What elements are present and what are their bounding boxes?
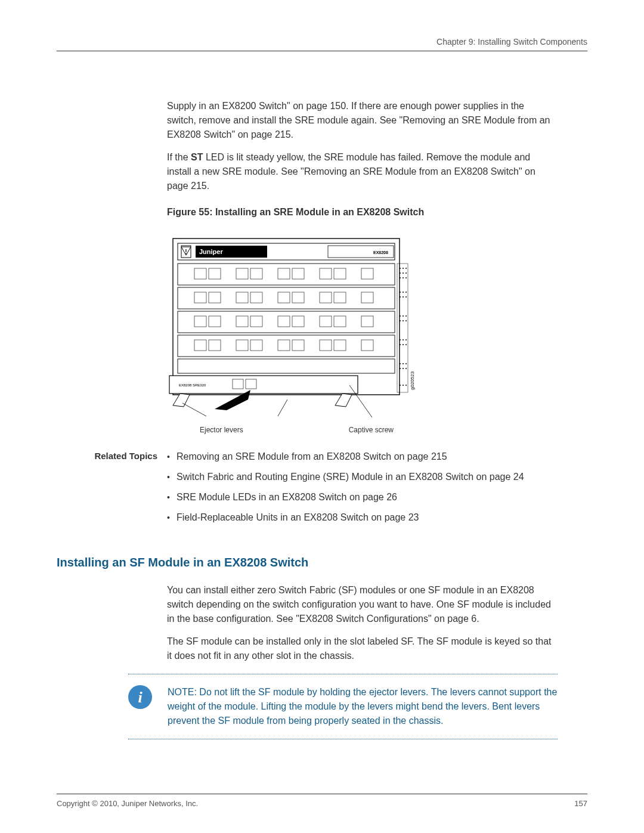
svg-rect-26	[320, 292, 332, 303]
related-topics: Related Topics Removing an SRE Module fr…	[57, 450, 587, 531]
svg-rect-38	[194, 340, 206, 351]
svg-point-76	[402, 363, 404, 364]
sf-intro-paragraph: You can install either zero Switch Fabri…	[167, 583, 555, 626]
note-text: NOTE: Do not lift the SF module by holdi…	[168, 685, 558, 728]
svg-text:!: !	[185, 249, 187, 255]
ejector-levers-label: Ejector levers	[200, 425, 243, 435]
svg-rect-23	[250, 292, 262, 303]
svg-point-78	[400, 368, 401, 369]
svg-rect-25	[292, 292, 304, 303]
section-heading-sf-module: Installing an SF Module in an EX8208 Swi…	[57, 553, 587, 571]
svg-point-55	[402, 277, 404, 278]
svg-point-82	[402, 385, 404, 386]
svg-rect-16	[292, 268, 304, 279]
main-content: Supply in an EX8200 Switch" on page 150.…	[167, 99, 555, 435]
page-number: 157	[574, 798, 587, 810]
svg-point-63	[400, 315, 401, 317]
svg-point-74	[405, 344, 407, 345]
svg-rect-36	[334, 316, 346, 327]
related-item: Field-Replaceable Units in an EX8208 Swi…	[167, 510, 524, 525]
svg-point-54	[400, 277, 401, 278]
svg-rect-29	[194, 316, 206, 327]
svg-point-51	[400, 272, 401, 274]
svg-point-57	[400, 292, 401, 293]
info-icon: i	[128, 685, 152, 709]
sf-module-content: You can install either zero Switch Fabri…	[167, 583, 555, 663]
svg-rect-41	[250, 340, 262, 351]
svg-point-65	[405, 315, 407, 317]
svg-rect-27	[334, 292, 346, 303]
svg-point-48	[400, 268, 401, 269]
captive-screw-label: Captive screw	[349, 425, 394, 435]
figure-model-label: EX8208	[373, 250, 388, 255]
svg-point-50	[405, 268, 407, 269]
svg-point-71	[405, 339, 407, 340]
svg-rect-20	[194, 292, 206, 303]
svg-rect-12	[209, 268, 221, 279]
svg-rect-18	[334, 268, 346, 279]
related-topics-list: Removing an SRE Module from an EX8208 Sw…	[167, 450, 524, 531]
sre-install-illustration: ! Juniper EX8208	[167, 230, 417, 421]
svg-rect-39	[209, 340, 221, 351]
svg-point-53	[405, 272, 407, 274]
svg-rect-45	[334, 340, 346, 351]
related-topics-heading: Related Topics	[57, 450, 167, 463]
svg-line-89	[278, 400, 287, 416]
svg-rect-30	[209, 316, 221, 327]
note-block: i NOTE: Do not lift the SF module by hol…	[128, 674, 558, 739]
svg-point-64	[402, 315, 404, 317]
svg-point-49	[402, 268, 404, 269]
svg-point-62	[405, 296, 407, 298]
svg-text:EX8208 SRE320: EX8208 SRE320	[179, 383, 206, 387]
copyright-text: Copyright © 2010, Juniper Networks, Inc.	[57, 798, 198, 810]
svg-point-72	[400, 344, 401, 345]
svg-point-66	[400, 320, 401, 321]
svg-rect-44	[320, 340, 332, 351]
st-led-post: LED is lit steady yellow, the SRE module…	[167, 152, 535, 191]
svg-point-80	[405, 368, 407, 369]
svg-point-81	[400, 385, 401, 386]
svg-point-79	[402, 368, 404, 369]
svg-rect-13	[236, 268, 248, 279]
sf-slot-paragraph: The SF module can be installed only in t…	[167, 634, 555, 663]
svg-rect-21	[209, 292, 221, 303]
svg-rect-22	[236, 292, 248, 303]
chapter-header: Chapter 9: Installing Switch Components	[57, 36, 587, 51]
svg-rect-32	[250, 316, 262, 327]
svg-rect-24	[278, 292, 290, 303]
svg-rect-19	[361, 268, 373, 279]
page-footer: Copyright © 2010, Juniper Networks, Inc.…	[57, 794, 587, 810]
svg-rect-31	[236, 316, 248, 327]
svg-rect-11	[194, 268, 206, 279]
svg-rect-10	[178, 359, 395, 373]
svg-point-67	[402, 320, 404, 321]
figure-brand-label: Juniper	[199, 248, 223, 255]
svg-point-60	[400, 296, 401, 298]
note-divider-bottom	[128, 739, 558, 739]
figure-55: ! Juniper EX8208	[167, 230, 417, 435]
svg-rect-42	[278, 340, 290, 351]
chapter-label: Chapter 9: Installing Switch Components	[436, 37, 587, 47]
svg-rect-46	[361, 340, 373, 351]
svg-rect-28	[361, 292, 373, 303]
related-item: Removing an SRE Module from an EX8208 Sw…	[167, 450, 524, 464]
svg-rect-87	[246, 379, 256, 389]
svg-line-88	[182, 403, 206, 416]
svg-point-68	[405, 320, 407, 321]
figure-side-code: g020523	[410, 371, 415, 390]
st-led-bold: ST	[191, 152, 203, 162]
svg-rect-35	[320, 316, 332, 327]
continuation-paragraph: Supply in an EX8200 Switch" on page 150.…	[167, 99, 555, 142]
svg-rect-17	[320, 268, 332, 279]
svg-rect-43	[292, 340, 304, 351]
st-led-paragraph: If the ST LED is lit steady yellow, the …	[167, 150, 555, 193]
figure-callout-labels: Ejector levers Captive screw	[167, 425, 417, 435]
svg-rect-86	[233, 379, 243, 389]
svg-rect-34	[292, 316, 304, 327]
svg-rect-14	[250, 268, 262, 279]
figure-caption: Figure 55: Installing an SRE Module in a…	[167, 205, 555, 219]
svg-rect-15	[278, 268, 290, 279]
svg-point-56	[405, 277, 407, 278]
related-item: SRE Module LEDs in an EX8208 Switch on p…	[167, 490, 524, 504]
svg-rect-40	[236, 340, 248, 351]
